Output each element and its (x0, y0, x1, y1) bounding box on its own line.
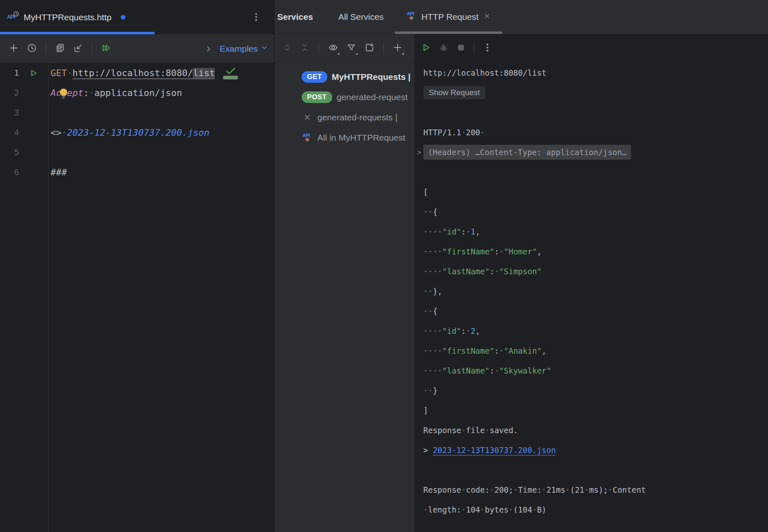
new-request-icon (8, 43, 19, 55)
code-token: "firstName" (442, 247, 494, 256)
more-button[interactable] (480, 41, 494, 56)
code-token: > (423, 446, 433, 455)
editor-line: 2Accept: application/json (0, 83, 274, 103)
tab-all-services[interactable]: All Services (327, 0, 395, 34)
code-token: , (475, 227, 480, 236)
code-token: , (542, 346, 546, 355)
code-token (494, 267, 499, 276)
toolbar-separator (383, 43, 384, 54)
console-line: }, (423, 281, 768, 301)
method-badge: GET (302, 71, 327, 83)
code-token: application/json (94, 88, 182, 98)
filter-button[interactable] (344, 41, 358, 56)
fold-chevron-icon[interactable]: > (417, 148, 421, 156)
headers-folded-region[interactable]: (Headers) …Content-Type: application/jso… (423, 145, 631, 160)
toolbar-separator (92, 43, 92, 54)
code-token: Content (613, 485, 646, 494)
code-token: ] (423, 406, 428, 415)
tab-http-request-label: HTTP Request (421, 12, 479, 22)
examples-label: Examples (220, 44, 258, 54)
add-button[interactable] (390, 41, 405, 56)
new-tab-button[interactable] (362, 41, 377, 56)
run-all-button[interactable] (99, 41, 113, 56)
copy-button[interactable] (53, 41, 67, 56)
history-button[interactable] (24, 41, 39, 56)
service-tree-item[interactable]: POSTgenerated-request (274, 87, 415, 107)
editor-line: 1GET http://localhost:8080/list (0, 63, 274, 83)
console-line: "firstName": "Homer", (423, 242, 768, 261)
toolbar-separator (46, 43, 46, 54)
console-line: Response code: 200; Time: 21ms (21 ms); … (423, 480, 768, 500)
expand-all-icon (281, 42, 292, 55)
code-editor[interactable]: 1GET http://localhost:8080/list2Accept: … (0, 63, 274, 532)
code-token: "lastName" (442, 366, 490, 375)
services-tab-bar: Services All Services API HTTP Request (274, 0, 768, 34)
code-token: : (461, 227, 466, 236)
editor-line: 3 (0, 103, 274, 122)
tool-window-title: Services (274, 0, 327, 34)
code-token (461, 485, 466, 494)
code-token: "Simpson" (499, 267, 542, 276)
code-token (423, 505, 428, 514)
console-line (423, 162, 768, 182)
code-token: Response (423, 426, 461, 435)
console-line: length: 104 bytes (104 B) (423, 500, 768, 520)
import-button[interactable] (71, 41, 85, 56)
intention-bulb-icon[interactable] (58, 88, 69, 101)
code-token (513, 485, 518, 494)
code-token: 2023-12-13T130737.200.json (67, 127, 209, 138)
code-token (499, 346, 504, 355)
modified-dot-icon (121, 15, 125, 19)
code-token (423, 227, 442, 236)
code-token (509, 505, 513, 514)
success-bar-icon (223, 76, 238, 79)
console-line: ] (423, 400, 768, 420)
code-token: length: (428, 505, 461, 514)
code-token (89, 88, 94, 98)
new-request-button[interactable] (6, 41, 21, 56)
preview-button[interactable] (326, 41, 340, 56)
show-request-button[interactable]: Show Request (423, 86, 485, 99)
services-tool-window: Services All Services API HTTP Request G… (274, 0, 768, 532)
request-success-icon[interactable] (223, 67, 238, 79)
response-console[interactable]: http://localhost:8080/listShow RequestHT… (415, 63, 768, 532)
editor-line: 5 (0, 142, 274, 162)
code-token: <> (50, 127, 62, 138)
close-icon[interactable] (483, 12, 491, 22)
code-token (423, 207, 433, 216)
service-tree-item[interactable]: GETMyHTTPRequests | (274, 67, 415, 87)
code-token (565, 485, 570, 494)
console-line: { (423, 301, 768, 321)
service-tree-item[interactable]: generated-requests | (274, 107, 415, 127)
rerun-button[interactable] (419, 41, 433, 56)
code-token: saved. (490, 426, 518, 435)
code-token: "Anakin" (504, 346, 542, 355)
editor-more-icon[interactable] (248, 8, 264, 26)
code-token: (104 (513, 505, 532, 514)
code-token (466, 227, 470, 236)
copy-icon (55, 43, 65, 55)
line-number: 1 (0, 68, 19, 78)
code-token (532, 505, 537, 514)
service-tree-item[interactable]: APIAll in MyHTTPRequest (274, 127, 415, 148)
examples-dropdown[interactable]: Examples (220, 43, 269, 54)
response-file-link[interactable]: 2023-12-13T130737.200.json (433, 446, 556, 455)
editor-tab[interactable]: API MyHTTPRequests.http (0, 0, 155, 34)
console-line: "lastName": "Skywalker" (423, 361, 768, 381)
editor-toolbar: Examples (0, 34, 274, 63)
run-request-icon[interactable] (19, 68, 48, 78)
services-toolbar (274, 34, 415, 63)
tab-http-request[interactable]: API HTTP Request (395, 0, 502, 34)
code-token: [ (423, 187, 428, 197)
console-line: "id": 2, (423, 321, 768, 341)
chevron-down-icon (260, 43, 269, 54)
code-line-text: <> 2023-12-13T130737.200.json (48, 127, 209, 138)
console-line: { (423, 202, 768, 222)
console-line: Response file saved. (423, 420, 768, 440)
code-token (461, 505, 466, 514)
code-token: code: (466, 485, 490, 494)
stop-button (454, 41, 468, 56)
more-icon (482, 42, 493, 55)
code-token: : (494, 247, 499, 256)
chevron-right-icon[interactable] (202, 41, 216, 56)
